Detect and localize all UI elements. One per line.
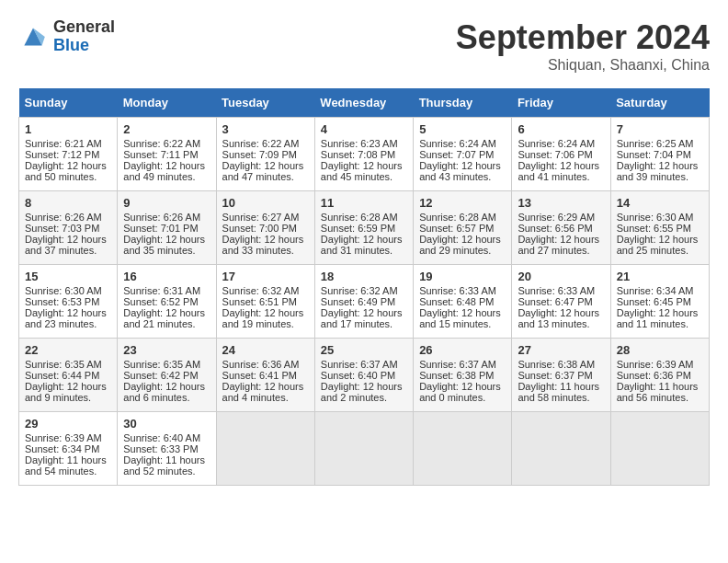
sunrise-text: Sunrise: 6:30 AM — [25, 285, 102, 296]
daylight-text: Daylight: 12 hours and 41 minutes. — [518, 160, 599, 182]
daylight-text: Daylight: 12 hours and 17 minutes. — [321, 307, 403, 329]
day-number: 20 — [518, 270, 604, 283]
daylight-text: Daylight: 12 hours and 11 minutes. — [617, 307, 699, 329]
sunset-text: Sunset: 7:00 PM — [222, 223, 297, 234]
calendar-header: SundayMondayTuesdayWednesdayThursdayFrid… — [19, 88, 710, 118]
sunset-text: Sunset: 6:59 PM — [321, 223, 395, 234]
daylight-text: Daylight: 12 hours and 45 minutes. — [321, 160, 403, 182]
sunset-text: Sunset: 7:08 PM — [321, 149, 395, 160]
calendar-week-3: 22Sunrise: 6:35 AMSunset: 6:44 PMDayligh… — [19, 339, 710, 412]
sunset-text: Sunset: 6:55 PM — [617, 223, 691, 234]
daylight-text: Daylight: 12 hours and 2 minutes. — [321, 381, 403, 403]
sunrise-text: Sunrise: 6:27 AM — [222, 212, 300, 223]
calendar-week-4: 29Sunrise: 6:39 AMSunset: 6:34 PMDayligh… — [19, 412, 710, 486]
daylight-text: Daylight: 12 hours and 6 minutes. — [123, 381, 205, 403]
sunrise-text: Sunrise: 6:26 AM — [123, 212, 200, 223]
sunset-text: Sunset: 7:03 PM — [25, 223, 99, 234]
sunset-text: Sunset: 6:53 PM — [25, 296, 99, 307]
daylight-text: Daylight: 12 hours and 21 minutes. — [123, 307, 205, 329]
header-friday: Friday — [512, 88, 610, 118]
day-number: 13 — [518, 196, 604, 210]
daylight-text: Daylight: 12 hours and 23 minutes. — [25, 307, 107, 329]
sunset-text: Sunset: 6:38 PM — [419, 370, 494, 381]
header-tuesday: Tuesday — [216, 88, 314, 118]
sunset-text: Sunset: 7:06 PM — [518, 149, 592, 160]
day-number: 8 — [25, 196, 111, 210]
sunrise-text: Sunrise: 6:22 AM — [222, 138, 300, 149]
daylight-text: Daylight: 11 hours and 54 minutes. — [25, 454, 107, 477]
calendar-cell: 4Sunrise: 6:23 AMSunset: 7:08 PMDaylight… — [314, 118, 413, 191]
calendar-cell — [610, 412, 709, 486]
calendar-cell: 19Sunrise: 6:33 AMSunset: 6:48 PMDayligh… — [414, 265, 512, 339]
sunrise-text: Sunrise: 6:33 AM — [518, 285, 595, 296]
sunset-text: Sunset: 7:04 PM — [617, 149, 691, 160]
title-area: September 2024 Shiquan, Shaanxi, China — [456, 18, 710, 74]
calendar-cell: 2Sunrise: 6:22 AMSunset: 7:11 PMDaylight… — [118, 118, 216, 191]
calendar-cell — [414, 412, 512, 486]
sunset-text: Sunset: 6:52 PM — [123, 296, 198, 307]
sunrise-text: Sunrise: 6:23 AM — [321, 138, 398, 149]
sunset-text: Sunset: 6:49 PM — [321, 296, 395, 307]
daylight-text: Daylight: 12 hours and 49 minutes. — [123, 160, 205, 182]
header-sunday: Sunday — [19, 88, 118, 118]
daylight-text: Daylight: 12 hours and 43 minutes. — [419, 160, 501, 182]
sunrise-text: Sunrise: 6:32 AM — [222, 285, 300, 296]
sunrise-text: Sunrise: 6:35 AM — [123, 359, 200, 370]
daylight-text: Daylight: 12 hours and 31 minutes. — [321, 234, 403, 256]
sunrise-text: Sunrise: 6:31 AM — [123, 285, 200, 296]
calendar-cell: 22Sunrise: 6:35 AMSunset: 6:44 PMDayligh… — [19, 339, 118, 412]
calendar-cell: 26Sunrise: 6:37 AMSunset: 6:38 PMDayligh… — [414, 339, 512, 412]
sunrise-text: Sunrise: 6:37 AM — [321, 359, 398, 370]
sunrise-text: Sunrise: 6:35 AM — [25, 359, 102, 370]
daylight-text: Daylight: 11 hours and 58 minutes. — [518, 381, 599, 403]
daylight-text: Daylight: 12 hours and 15 minutes. — [419, 307, 501, 329]
sunrise-text: Sunrise: 6:33 AM — [419, 285, 496, 296]
calendar-cell — [314, 412, 413, 486]
calendar-cell — [216, 412, 314, 486]
daylight-text: Daylight: 12 hours and 19 minutes. — [222, 307, 304, 329]
day-number: 15 — [25, 270, 111, 283]
daylight-text: Daylight: 12 hours and 27 minutes. — [518, 234, 599, 256]
calendar-cell: 21Sunrise: 6:34 AMSunset: 6:45 PMDayligh… — [610, 265, 709, 339]
sunset-text: Sunset: 6:48 PM — [419, 296, 494, 307]
sunrise-text: Sunrise: 6:28 AM — [419, 212, 496, 223]
sunset-text: Sunset: 6:51 PM — [222, 296, 297, 307]
sunset-text: Sunset: 6:40 PM — [321, 370, 395, 381]
header-thursday: Thursday — [414, 88, 512, 118]
day-number: 7 — [617, 122, 703, 136]
logo: General Blue — [18, 18, 115, 55]
day-number: 22 — [25, 343, 111, 357]
logo-text: General Blue — [53, 18, 115, 55]
daylight-text: Daylight: 12 hours and 13 minutes. — [518, 307, 599, 329]
day-number: 3 — [222, 122, 309, 136]
day-number: 28 — [617, 343, 703, 357]
sunset-text: Sunset: 6:44 PM — [25, 370, 99, 381]
sunrise-text: Sunrise: 6:30 AM — [617, 212, 694, 223]
daylight-text: Daylight: 12 hours and 9 minutes. — [25, 381, 107, 403]
day-number: 5 — [419, 122, 506, 136]
day-number: 10 — [222, 196, 309, 210]
calendar-cell: 17Sunrise: 6:32 AMSunset: 6:51 PMDayligh… — [216, 265, 314, 339]
calendar-cell: 12Sunrise: 6:28 AMSunset: 6:57 PMDayligh… — [414, 191, 512, 265]
calendar-cell: 5Sunrise: 6:24 AMSunset: 7:07 PMDaylight… — [414, 118, 512, 191]
daylight-text: Daylight: 12 hours and 4 minutes. — [222, 381, 304, 403]
day-number: 27 — [518, 343, 604, 357]
calendar-cell — [512, 412, 610, 486]
sunset-text: Sunset: 7:11 PM — [123, 149, 198, 160]
sunrise-text: Sunrise: 6:28 AM — [321, 212, 398, 223]
calendar-week-0: 1Sunrise: 6:21 AMSunset: 7:12 PMDaylight… — [19, 118, 710, 191]
calendar-table: SundayMondayTuesdayWednesdayThursdayFrid… — [18, 88, 710, 486]
sunset-text: Sunset: 6:47 PM — [518, 296, 592, 307]
sunset-text: Sunset: 7:07 PM — [419, 149, 494, 160]
daylight-text: Daylight: 12 hours and 33 minutes. — [222, 234, 304, 256]
sunset-text: Sunset: 7:09 PM — [222, 149, 297, 160]
calendar-week-1: 8Sunrise: 6:26 AMSunset: 7:03 PMDaylight… — [19, 191, 710, 265]
day-number: 12 — [419, 196, 506, 210]
day-number: 1 — [25, 122, 111, 136]
calendar-cell: 16Sunrise: 6:31 AMSunset: 6:52 PMDayligh… — [118, 265, 216, 339]
day-number: 25 — [321, 343, 407, 357]
calendar-cell: 20Sunrise: 6:33 AMSunset: 6:47 PMDayligh… — [512, 265, 610, 339]
sunrise-text: Sunrise: 6:40 AM — [123, 432, 200, 443]
calendar-cell: 6Sunrise: 6:24 AMSunset: 7:06 PMDaylight… — [512, 118, 610, 191]
sunrise-text: Sunrise: 6:36 AM — [222, 359, 300, 370]
